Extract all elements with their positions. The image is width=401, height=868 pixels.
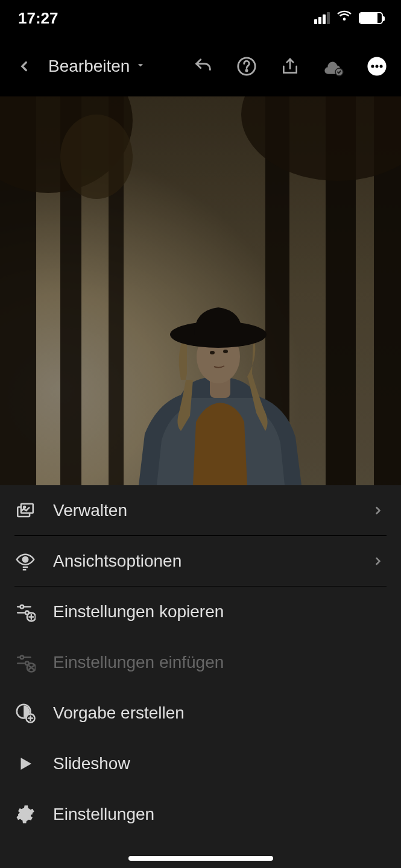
- svg-point-4: [371, 64, 374, 68]
- sliders-copy-icon: [14, 601, 36, 623]
- svg-point-5: [375, 64, 378, 68]
- caret-down-icon: [134, 59, 147, 74]
- menu-label: Ansichtsoptionen: [53, 552, 355, 571]
- menu-label: Slideshow: [53, 754, 387, 773]
- menu-label: Einstellungen: [53, 805, 387, 824]
- menu-label: Einstellungen einfügen: [53, 653, 387, 672]
- svg-point-26: [23, 556, 28, 562]
- status-bar: 17:27: [0, 0, 401, 36]
- cellular-signal-icon: [314, 12, 330, 24]
- menu-item-paste-settings: Einstellungen einfügen: [14, 637, 387, 688]
- page-title: Bearbeiten: [48, 57, 130, 76]
- photo-preview: [0, 96, 401, 485]
- svg-point-25: [24, 506, 25, 508]
- menu-item-create-preset[interactable]: Vorgabe erstellen: [14, 688, 387, 738]
- eye-options-icon: [14, 550, 36, 572]
- menu-label: Einstellungen kopieren: [53, 602, 387, 621]
- battery-icon: [359, 12, 383, 24]
- chevron-right-icon: [372, 555, 387, 567]
- gear-icon: [14, 804, 36, 825]
- undo-button[interactable]: [191, 54, 215, 78]
- mode-dropdown[interactable]: Bearbeiten: [48, 57, 191, 76]
- home-indicator[interactable]: [128, 856, 273, 861]
- svg-point-37: [21, 656, 24, 659]
- wifi-icon: [336, 8, 353, 29]
- chevron-right-icon: [372, 505, 387, 517]
- svg-point-30: [21, 605, 24, 609]
- menu-label: Vorgabe erstellen: [53, 703, 387, 723]
- menu-item-organize[interactable]: Verwalten: [14, 485, 387, 536]
- svg-rect-24: [21, 503, 33, 513]
- share-button[interactable]: [278, 54, 302, 78]
- svg-point-6: [380, 64, 383, 68]
- cloud-sync-icon[interactable]: [321, 54, 346, 78]
- menu-item-copy-settings[interactable]: Einstellungen kopieren: [14, 587, 387, 637]
- more-button[interactable]: [365, 54, 389, 78]
- overflow-menu: Verwalten Ansichtsoptionen Einstellungen…: [0, 485, 401, 868]
- status-indicators: [314, 8, 383, 29]
- back-button[interactable]: [12, 58, 36, 74]
- help-button[interactable]: [235, 54, 259, 78]
- sliders-paste-icon: [14, 652, 36, 673]
- preset-create-icon: [14, 702, 36, 724]
- menu-item-view-options[interactable]: Ansichtsoptionen: [14, 536, 387, 587]
- svg-point-1: [246, 70, 247, 71]
- top-bar: Bearbeiten: [0, 36, 401, 96]
- play-icon: [14, 753, 36, 775]
- menu-item-settings[interactable]: Einstellungen: [14, 789, 387, 840]
- status-time: 17:27: [18, 9, 58, 28]
- menu-label: Verwalten: [53, 501, 355, 520]
- organize-icon: [14, 500, 36, 521]
- menu-item-slideshow[interactable]: Slideshow: [14, 738, 387, 789]
